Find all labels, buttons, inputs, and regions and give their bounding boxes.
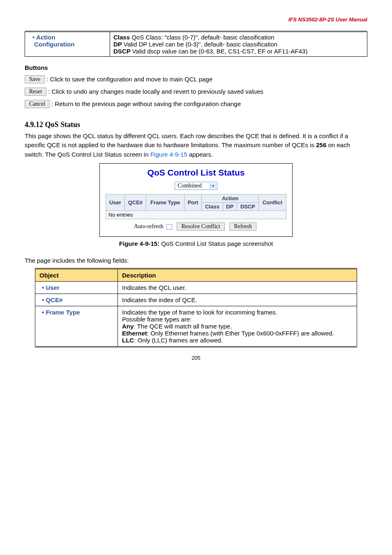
qcl-status-table: User QCE# Frame Type Port Action Conflic… bbox=[106, 194, 286, 219]
chevron-down-icon: ▾ bbox=[210, 183, 216, 189]
th-dp: DP bbox=[223, 203, 237, 211]
top-left1: Action bbox=[36, 34, 55, 41]
th-description: Description bbox=[118, 268, 357, 281]
action-config-table: • Action Configuration Class QoS Class: … bbox=[25, 31, 367, 57]
th-port: Port bbox=[184, 194, 201, 211]
cancel-desc: : Return to the previous page without sa… bbox=[51, 100, 241, 107]
figure-link: Figure 4-9-15 bbox=[150, 151, 187, 158]
dscp-desc: Valid dscp value can be (0-63, BE, CS1-C… bbox=[131, 48, 308, 55]
dp-label: DP bbox=[113, 41, 122, 48]
th-object: Object bbox=[35, 268, 118, 281]
th-frametype: Frame Type bbox=[146, 194, 184, 211]
dp-desc: Valid DP Level can be (0-3)", default- b… bbox=[122, 41, 277, 48]
figure-caption: Figure 4-9-15: QoS Control List Status p… bbox=[25, 240, 367, 247]
fields-table: Object Description • User Indicates the … bbox=[35, 268, 357, 347]
auto-refresh-label: Auto-refresh bbox=[134, 223, 164, 229]
reset-button[interactable]: Reset bbox=[25, 88, 46, 96]
class-label: Class bbox=[113, 34, 130, 41]
refresh-button[interactable]: Refresh bbox=[229, 222, 256, 231]
top-left2: Configuration bbox=[28, 41, 74, 48]
qcl-status-panel: QoS Control List Status Combined▾ User Q… bbox=[99, 163, 293, 237]
th-conflict: Conflict bbox=[259, 194, 286, 211]
th-dscp: DSCP bbox=[237, 203, 258, 211]
qcl-user-select[interactable]: Combined▾ bbox=[175, 182, 217, 190]
auto-refresh-checkbox[interactable] bbox=[166, 224, 172, 230]
no-entries-row: No entries bbox=[106, 211, 286, 219]
buttons-heading: Buttons bbox=[25, 64, 367, 71]
page-number: 205 bbox=[25, 355, 367, 361]
save-desc: : Click to save the configuration and mo… bbox=[46, 76, 212, 83]
save-button[interactable]: Save bbox=[25, 75, 45, 83]
th-class: Class bbox=[202, 203, 223, 211]
th-user: User bbox=[106, 194, 125, 211]
th-qce: QCE# bbox=[125, 194, 146, 211]
cancel-button[interactable]: Cancel bbox=[25, 100, 50, 108]
class-desc: QoS Class: "class (0-7)", default- basic… bbox=[130, 34, 274, 41]
resolve-conflict-button[interactable]: Resolve Conflict bbox=[177, 222, 225, 231]
running-header: IFS NS3502-8P-2S User Manual bbox=[25, 16, 367, 23]
dscp-label: DSCP bbox=[113, 48, 131, 55]
table-row: • User Indicates the QCL user. bbox=[35, 281, 357, 294]
qcl-title: QoS Control List Status bbox=[106, 168, 286, 178]
th-action: Action bbox=[202, 194, 259, 203]
table-row: • Frame Type Indicates the type of frame… bbox=[35, 306, 357, 347]
section-heading: 4.9.12 QoS Status bbox=[25, 120, 367, 129]
table-row: • QCE# Indicates the index of QCE. bbox=[35, 294, 357, 306]
reset-desc: : Click to undo any changes made locally… bbox=[48, 88, 263, 95]
fields-intro: The page includes the following fields: bbox=[25, 256, 367, 266]
section-body: This page shows the QCL status by differ… bbox=[25, 132, 367, 160]
